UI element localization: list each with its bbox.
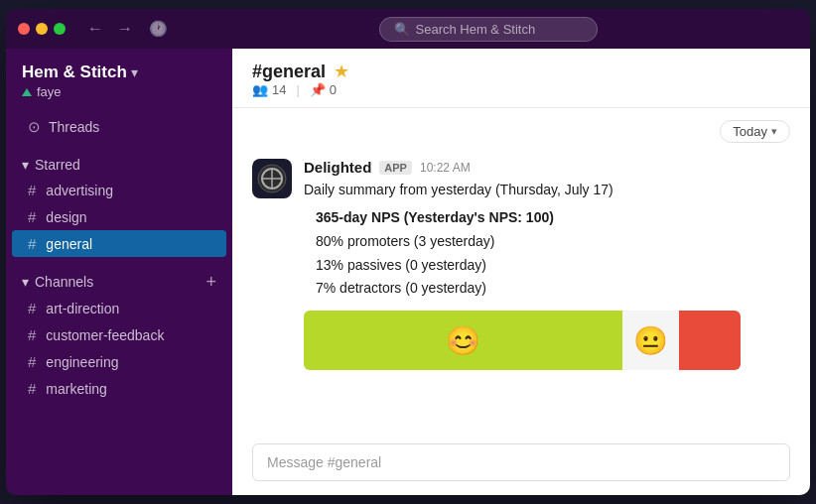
date-badge[interactable]: Today ▾ — [720, 120, 790, 143]
date-label: Today — [733, 124, 767, 139]
happy-emoji: 😊 — [446, 324, 480, 357]
threads-section: ⊙ Threads — [6, 109, 232, 145]
hash-icon: # — [28, 353, 36, 370]
nps-green-bar: 😊 — [304, 311, 622, 370]
workspace-name: Hem & Stitch — [22, 63, 127, 82]
hash-icon: # — [28, 380, 36, 397]
main-layout: Hem & Stitch ▾ faye ⊙ Threads — [6, 49, 810, 495]
search-bar[interactable]: 🔍 — [379, 17, 598, 42]
message-input[interactable]: Message #general — [252, 443, 790, 481]
channel-name-advertising: advertising — [46, 183, 113, 198]
members-icon: 👥 — [252, 82, 268, 97]
back-button[interactable]: ← — [83, 18, 107, 40]
member-count: 👥 14 — [252, 82, 286, 97]
traffic-lights — [18, 23, 66, 35]
workspace-header[interactable]: Hem & Stitch ▾ faye — [6, 49, 232, 109]
starred-header[interactable]: ▾ Starred — [6, 149, 232, 177]
channel-name-customer-feedback: customer-feedback — [46, 327, 164, 343]
list-item: 13% passives (0 yesterday) — [304, 254, 790, 278]
starred-label: Starred — [35, 157, 80, 173]
channel-title: #general — [252, 62, 326, 82]
minimize-button[interactable] — [36, 23, 48, 35]
pin-count-value: 0 — [330, 82, 337, 97]
hash-icon: # — [28, 235, 36, 252]
neutral-emoji: 😐 — [633, 324, 668, 357]
nps-chart: 😊 😐 — [304, 311, 741, 370]
message-intro: Daily summary from yesterday (Thursday, … — [304, 180, 790, 200]
channels-header[interactable]: ▾ Channels + — [6, 265, 232, 295]
starred-caret-icon: ▾ — [22, 157, 29, 173]
nav-buttons: ← → — [83, 18, 137, 40]
user-name: faye — [37, 84, 62, 99]
maximize-button[interactable] — [54, 23, 66, 35]
hash-icon: # — [28, 326, 36, 343]
search-icon: 🔍 — [394, 22, 410, 37]
threads-icon: ⊙ — [28, 118, 41, 136]
channels-label: Channels — [35, 274, 93, 290]
list-item: 80% promoters (3 yesterday) — [304, 230, 790, 254]
date-divider: Today ▾ — [252, 108, 790, 151]
channel-name-engineering: engineering — [46, 354, 118, 370]
user-status: faye — [22, 84, 216, 99]
close-button[interactable] — [18, 23, 30, 35]
pin-count: 📌 0 — [310, 82, 337, 97]
hash-icon: # — [28, 300, 36, 316]
add-channel-button[interactable]: + — [205, 273, 216, 291]
channels-caret-icon: ▾ — [22, 274, 29, 290]
meta-divider: | — [296, 82, 299, 97]
app-badge: APP — [379, 161, 412, 175]
sidebar-item-design[interactable]: # design — [12, 203, 226, 230]
pin-icon: 📌 — [310, 82, 326, 97]
avatar — [252, 159, 292, 198]
search-input[interactable] — [416, 22, 583, 37]
channel-name-art-direction: art-direction — [46, 301, 119, 316]
message: Delighted APP 10:22 AM Daily summary fro… — [252, 151, 790, 378]
starred-header-left: ▾ Starred — [22, 157, 80, 173]
hash-icon: # — [28, 182, 36, 198]
sidebar-item-advertising[interactable]: # advertising — [12, 177, 226, 203]
channels-section: ▾ Channels + # art-direction # customer-… — [6, 261, 232, 406]
date-caret-icon: ▾ — [771, 125, 777, 138]
sidebar-item-general[interactable]: # general — [12, 230, 226, 257]
sidebar-item-engineering[interactable]: # engineering — [12, 348, 226, 375]
sidebar: Hem & Stitch ▾ faye ⊙ Threads — [6, 49, 232, 495]
hash-icon: # — [28, 208, 36, 225]
content-area: #general ★ 👥 14 | 📌 0 — [232, 49, 810, 495]
channel-meta: 👥 14 | 📌 0 — [252, 82, 349, 97]
sidebar-item-threads[interactable]: ⊙ Threads — [12, 113, 226, 141]
workspace-dropdown-icon: ▾ — [131, 64, 138, 80]
channel-name-marketing: marketing — [46, 381, 106, 397]
sidebar-item-marketing[interactable]: # marketing — [12, 375, 226, 402]
nps-red-bar — [679, 311, 741, 370]
channel-name-general: general — [46, 236, 92, 252]
channels-header-left: ▾ Channels — [22, 274, 93, 290]
app-window: ← → 🕐 🔍 Hem & Stitch ▾ faye — [6, 9, 810, 495]
message-sender: Delighted — [304, 159, 371, 176]
message-time: 10:22 AM — [420, 161, 471, 175]
message-list: 365-day NPS (Yesterday's NPS: 100) 80% p… — [304, 206, 790, 301]
forward-button[interactable]: → — [113, 18, 137, 40]
channel-header: #general ★ 👥 14 | 📌 0 — [232, 49, 810, 108]
sidebar-item-art-direction[interactable]: # art-direction — [12, 295, 226, 321]
titlebar: ← → 🕐 🔍 — [6, 9, 810, 49]
history-icon[interactable]: 🕐 — [149, 20, 168, 38]
message-header: Delighted APP 10:22 AM — [304, 159, 790, 176]
messages-area[interactable]: Today ▾ Deli — [232, 108, 810, 434]
message-body: Delighted APP 10:22 AM Daily summary fro… — [304, 159, 790, 370]
message-input-area: Message #general — [232, 434, 810, 495]
channel-name-design: design — [46, 209, 86, 225]
status-indicator — [22, 88, 32, 96]
nps-neutral-bar: 😐 — [622, 311, 679, 370]
threads-label: Threads — [49, 119, 99, 135]
channel-star-icon[interactable]: ★ — [334, 61, 349, 82]
starred-section: ▾ Starred # advertising # design # gener… — [6, 145, 232, 261]
message-input-placeholder: Message #general — [267, 454, 381, 470]
list-item: 365-day NPS (Yesterday's NPS: 100) — [304, 206, 790, 230]
sidebar-item-customer-feedback[interactable]: # customer-feedback — [12, 321, 226, 348]
list-item: 7% detractors (0 yesterday) — [304, 277, 790, 301]
member-count-value: 14 — [272, 82, 286, 97]
